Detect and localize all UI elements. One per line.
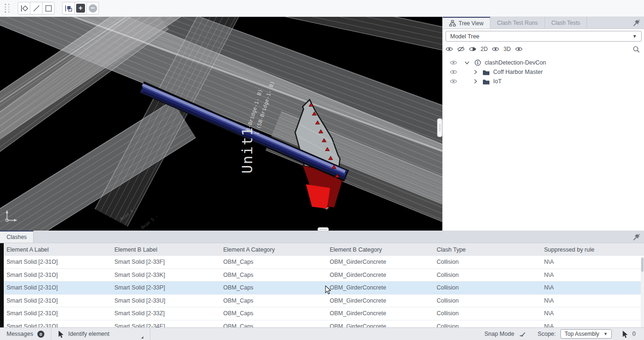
cursor-arrow-icon [58, 330, 64, 338]
table-row[interactable]: Smart Solid [2-31O] Smart Solid [2-33F] … [0, 256, 644, 269]
tab-tree-view[interactable]: Tree View [443, 17, 490, 29]
scope-label: Scope: [538, 331, 556, 337]
cell-element-a-label: Smart Solid [2-31O] [0, 284, 114, 291]
panel-left-gutter [0, 243, 4, 327]
column-header[interactable]: Suppressed by rule [544, 246, 644, 253]
bridge-deck-ribbon [0, 17, 442, 231]
selection-add-button[interactable]: + [74, 2, 87, 14]
snap-mode-label[interactable]: Snap Mode [484, 331, 514, 337]
table-row[interactable]: Smart Solid [2-31O] Smart Solid [2-33U] … [0, 295, 644, 308]
tree-item-clashdetection-devcon[interactable]: clashDetection-DevCon [443, 58, 644, 67]
acs-triad-icon [3, 206, 21, 225]
select-element-button[interactable] [18, 2, 30, 14]
chevron-right-icon[interactable] [472, 69, 479, 75]
cell-element-b-label: Smart Solid [2-34E] [114, 323, 223, 327]
viewport-3d[interactable]: Unit1 B-Bridge-1- B) 1 (SB-Bridge-1- B) … [0, 17, 442, 231]
cell-suppressed-by-rule: N\A [544, 272, 644, 278]
select-shape-button[interactable] [62, 2, 75, 14]
select-box-icon [44, 4, 53, 13]
3d-visibility-eye-icon[interactable] [515, 46, 523, 52]
2d-visibility-eye-icon[interactable] [492, 46, 499, 52]
cell-element-b-label: Smart Solid [2-33Z] [114, 310, 223, 317]
snap-mode-icon[interactable] [519, 331, 526, 337]
scope-select[interactable]: Top Assembly ▼ [560, 329, 612, 339]
hide-all-eye-icon[interactable] [457, 46, 465, 52]
table-row[interactable]: Smart Solid [2-31O] Smart Solid [2-33Z] … [0, 307, 644, 320]
active-tool-section[interactable]: Identify element [51, 328, 150, 340]
horizontal-splitter-handle[interactable] [318, 227, 329, 231]
ramp-edge-line [0, 17, 200, 124]
column-header[interactable]: Element B Label [114, 246, 223, 253]
status-bar: Messages 0 Identify element Snap Mode Sc… [0, 327, 644, 340]
cell-suppressed-by-rule: N\A [544, 284, 644, 291]
tree-item-iot[interactable]: IoT [443, 77, 644, 86]
cell-element-a-label: Smart Solid [2-31O] [0, 323, 114, 327]
bridge-deck-ribbon [197, 17, 442, 58]
toolbar-drag-handle[interactable] [4, 4, 10, 13]
column-header[interactable]: Clash Type [437, 246, 544, 253]
cell-suppressed-by-rule: N\A [544, 259, 644, 265]
tool-settings-corner[interactable] [141, 336, 143, 339]
table-row[interactable]: Smart Solid [2-31O] Smart Solid [2-34E] … [0, 320, 644, 328]
selection-mode-group [18, 2, 55, 14]
select-box-button[interactable] [42, 2, 55, 14]
clash-geometry [0, 17, 442, 231]
select-line-button[interactable] [30, 2, 42, 14]
search-icon[interactable] [633, 46, 640, 53]
cell-suppressed-by-rule: N\A [544, 323, 644, 327]
cell-element-b-label: Smart Solid [2-33K] [114, 272, 223, 278]
visibility-eye-icon[interactable] [450, 69, 457, 75]
model-tree-select[interactable]: Model Tree ▼ [446, 31, 642, 42]
table-scrollbar[interactable] [641, 257, 644, 327]
visibility-toolbar: 2D 3D [446, 44, 642, 54]
bridge-label-1: B-Bridge-1- B) [245, 88, 264, 131]
cell-element-a-label: Smart Solid [2-31O] [0, 310, 114, 317]
chevron-down-icon[interactable] [464, 59, 470, 66]
girder-body [142, 88, 346, 175]
cell-element-a-category: OBM_Caps [223, 310, 330, 317]
tab-clashes[interactable]: Clashes [0, 231, 34, 243]
table-row[interactable]: Smart Solid [2-31O] Smart Solid [2-33K] … [0, 269, 644, 282]
chevron-right-icon[interactable] [472, 78, 479, 85]
beam-label-2: Beam 5 - [140, 214, 159, 230]
messages-section[interactable]: Messages 0 [0, 328, 51, 340]
column-header[interactable]: Element A Label [0, 246, 114, 253]
vertical-splitter-handle[interactable] [437, 118, 442, 137]
show-all-eye-icon[interactable] [446, 46, 453, 52]
plus-icon: + [76, 4, 85, 13]
visibility-eye-icon[interactable] [450, 60, 457, 65]
unit-label: Unit1 [239, 127, 255, 174]
label-3d: 3D [503, 46, 510, 52]
scrollbar-thumb[interactable] [641, 258, 644, 272]
unpin-icon[interactable] [633, 233, 640, 241]
selection-remove-button[interactable]: − [86, 2, 99, 14]
table-row[interactable]: Smart Solid [2-31O] Smart Solid [2-33P] … [0, 282, 644, 295]
cell-element-a-category: OBM_Caps [223, 259, 330, 265]
clash-table-header: Element A Label Element B Label Element … [0, 243, 644, 256]
column-header[interactable]: Element B Category [330, 246, 437, 253]
selection-modifier-group: + − [62, 2, 99, 14]
tab-clash-test-runs[interactable]: Clash Test Runs [490, 17, 545, 29]
scope-select-value: Top Assembly [565, 331, 599, 337]
cell-element-b-label: Smart Solid [2-33F] [114, 259, 223, 265]
bridge-ramp-ribbon [0, 17, 199, 151]
cell-element-b-label: Smart Solid [2-33U] [114, 297, 223, 304]
cell-element-a-category: OBM_Caps [223, 323, 330, 327]
bridge-ramp-ribbon [95, 17, 242, 226]
cell-element-a-label: Smart Solid [2-31O] [0, 272, 114, 278]
tab-label: Clashes [7, 234, 27, 240]
minus-icon: − [89, 4, 97, 13]
tab-clash-tests[interactable]: Clash Tests [545, 17, 587, 29]
beam-label-1: Beam 4 - [119, 205, 138, 222]
tree-item-coff-harbor-master[interactable]: Coff Harbor Master [443, 67, 644, 77]
unpin-icon[interactable] [633, 19, 640, 27]
active-tool-label: Identify element [68, 331, 109, 337]
visibility-eye-icon[interactable] [450, 79, 457, 84]
right-panel-tabs: Tree View Clash Test Runs Clash Tests [443, 17, 644, 29]
isolate-eye-icon[interactable] [469, 46, 476, 52]
column-header[interactable]: Element A Category [223, 246, 330, 253]
bridge-ramp-ribbon [0, 17, 169, 200]
clash-warning-markers [309, 103, 340, 178]
folder-icon [482, 79, 490, 85]
pier-cap-shape [295, 100, 340, 210]
